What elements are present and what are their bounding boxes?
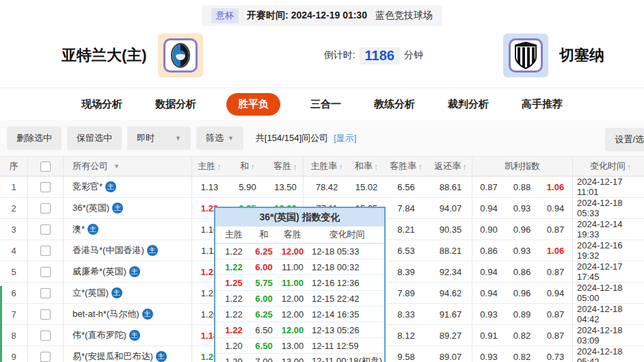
company-badge-icon[interactable]: 主 [156, 351, 167, 362]
company-name[interactable]: 伟*(直布罗陀) [72, 329, 126, 341]
header-draw-odds[interactable]: 和↑ [227, 157, 268, 176]
company-name[interactable]: 立*(英国) [72, 287, 109, 299]
company-badge-icon[interactable]: 主 [129, 266, 140, 277]
row-index: 4 [0, 240, 27, 261]
company-cell: 易*(安提瓜和巴布达)主 [63, 346, 191, 362]
nav-tab[interactable]: 裁判分析 [445, 93, 492, 116]
header-away-rate[interactable]: 客胜率↑ [383, 157, 429, 176]
kelly-draw: 0.86 [505, 261, 539, 282]
home-team: 亚特兰大(主) [62, 34, 203, 77]
row-checkbox[interactable] [40, 309, 51, 320]
row-checkbox[interactable] [40, 182, 51, 192]
nav-tab[interactable]: 三合一 [308, 93, 344, 116]
company-badge-icon[interactable]: 主 [112, 203, 123, 214]
company-badge-icon[interactable]: 主 [129, 330, 140, 341]
header-return-rate[interactable]: 返还率↑ [429, 157, 472, 176]
header-kelly[interactable]: 凯利指数 [472, 157, 572, 176]
popup-header: 主胜 和 客胜 变化时间 [215, 227, 384, 244]
settings-button[interactable]: 设置/选择 [605, 128, 644, 151]
change-time: 2024-12-14 19:33 [572, 219, 644, 240]
company-badge-icon[interactable]: 主 [147, 245, 158, 256]
popup-row: 1.25 5.75 11.00 12-16 12:36 [215, 275, 384, 291]
popup-odds-away: 12.00 [276, 307, 310, 322]
header-away-odds[interactable]: 客胜↑ [268, 157, 303, 176]
venue: 蓝色竞技球场 [375, 10, 433, 22]
popup-odds-draw: 6.25 [252, 307, 276, 322]
home-team-logo[interactable] [163, 38, 198, 73]
popup-odds-draw: 7.00 [252, 354, 276, 362]
return-rate: 94.07 [429, 198, 472, 218]
company-name[interactable]: 易*(安提瓜和巴布达) [72, 350, 153, 362]
table-header: 序 所有公司▼ 主胜↑ 和↑ 客胜↑ 主胜率↑ 和率↑ 客胜率↑ 返还率↑ 凯利… [0, 156, 644, 177]
row-checkbox[interactable] [40, 267, 51, 277]
popup-header-away: 客胜 [276, 227, 310, 243]
popup-odds-home: 1.22 [215, 291, 252, 306]
nav-tab[interactable]: 高手推荐 [519, 93, 565, 116]
row-checkbox[interactable] [40, 203, 51, 214]
kelly-home: 0.86 [472, 240, 505, 261]
company-name[interactable]: 竞彩官* [72, 181, 103, 193]
header-home-rate[interactable]: 主胜率↑ [303, 157, 350, 176]
sort-asc-icon: ↑ [627, 161, 632, 172]
away-rate: 8.12 [383, 325, 429, 346]
delete-selected-button[interactable]: 删除选中 [7, 127, 62, 150]
header-draw-rate[interactable]: 和率↑ [350, 157, 383, 176]
header-company[interactable]: 所有公司▼ [63, 157, 191, 176]
header-change-time[interactable]: 变化时间↑ [572, 157, 644, 176]
change-time: 2024-12-18 05:42 [572, 346, 644, 362]
company-badge-icon[interactable]: 主 [88, 224, 98, 235]
popup-header-home: 主胜 [215, 227, 252, 243]
company-name[interactable]: 香港马*(中国香港) [72, 244, 144, 257]
change-time: 2024-12-18 03:09 [572, 325, 644, 346]
countdown-value: 1186 [360, 47, 400, 64]
row-index: 1 [0, 177, 27, 197]
company-badge-icon[interactable]: 主 [111, 287, 122, 298]
chevron-down-icon: ▼ [175, 135, 181, 142]
away-rate: 6.53 [383, 240, 429, 261]
header-seq[interactable]: 序 [0, 157, 27, 176]
select-all-checkbox[interactable] [40, 161, 51, 172]
popup-row: 1.22 6.25 12.00 12-18 05:33 [215, 244, 384, 259]
show-link[interactable]: [显示] [334, 132, 356, 144]
row-checkbox[interactable] [40, 246, 51, 256]
filter-dropdown[interactable]: 筛选▼ [196, 127, 243, 150]
row-checkbox[interactable] [40, 224, 51, 235]
instant-dropdown[interactable]: 即时▼ [127, 127, 191, 150]
odds-away: 13.50 [268, 177, 303, 197]
nav-tab[interactable]: 胜平负 [226, 93, 280, 116]
row-checkbox[interactable] [40, 331, 51, 341]
company-badge-icon[interactable]: 主 [105, 181, 116, 192]
company-name[interactable]: 威廉希*(英国) [72, 266, 126, 278]
return-rate: 89.07 [429, 346, 472, 362]
keep-selected-button[interactable]: 保留选中 [67, 127, 122, 150]
company-name[interactable]: bet-at-h*(马尔他) [72, 308, 139, 320]
company-cell: 竞彩官*主 [63, 177, 191, 197]
kelly-draw: 0.82 [505, 325, 539, 346]
kelly-home: 0.93 [472, 346, 505, 362]
company-name[interactable]: 澳* [72, 223, 85, 235]
popup-odds-draw: 6.50 [252, 338, 276, 353]
row-index: 5 [0, 261, 27, 282]
nav-tab[interactable]: 现场分析 [79, 93, 125, 116]
page: 意杯 开赛时间: 2024-12-19 01:30 蓝色竞技球场 亚特兰大(主) [0, 0, 644, 362]
company-name[interactable]: 36*(英国) [72, 202, 109, 214]
popup-odds-home: 1.20 [215, 354, 252, 362]
nav-tab[interactable]: 数据分析 [152, 93, 199, 116]
popup-odds-away: 12.00 [276, 322, 310, 337]
row-checkbox[interactable] [40, 352, 51, 362]
away-team-logo[interactable] [509, 38, 543, 73]
sort-asc-icon: ↑ [293, 161, 297, 172]
header-home-odds[interactable]: 主胜↑ [191, 157, 227, 176]
kelly-away: 0.87 [539, 304, 572, 324]
kelly-home: 0.94 [472, 198, 505, 218]
kickoff-value: 2024-12-19 01:30 [291, 10, 367, 21]
row-checkbox[interactable] [40, 288, 51, 298]
odds-history-popup: 36*(英国) 指数变化 主胜 和 客胜 变化时间 1.22 6.25 12.0… [214, 207, 386, 362]
company-badge-icon[interactable]: 主 [142, 309, 153, 320]
kelly-home: 0.94 [472, 261, 505, 282]
away-rate: 9.58 [383, 346, 429, 362]
popup-odds-home: 1.25 [215, 275, 252, 290]
popup-row: 1.20 6.50 13.00 12-11 12:59 [215, 338, 384, 354]
league-badge[interactable]: 意杯 [211, 8, 239, 23]
nav-tab[interactable]: 教练分析 [371, 93, 418, 116]
